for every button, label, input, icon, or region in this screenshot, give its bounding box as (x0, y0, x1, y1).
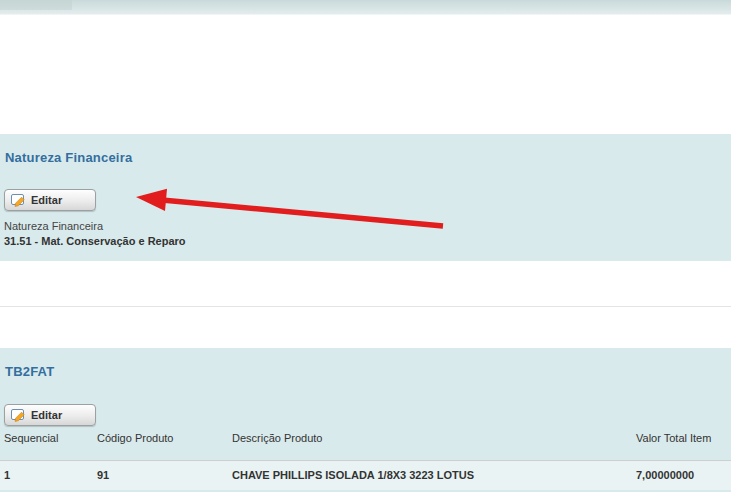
cell-valor-total-item: 7,00000000 (636, 469, 694, 481)
section-title-natureza-financeira: Natureza Financeira (5, 150, 132, 165)
natureza-financeira-section: Natureza Financeira Editar Natureza Fina… (0, 134, 731, 261)
edit-note-icon (11, 409, 26, 422)
column-header-sequencial: Sequencial (4, 432, 58, 444)
editar-button-natureza[interactable]: Editar (4, 189, 96, 211)
section-title-tb2fat: TB2FAT (5, 364, 54, 379)
natureza-financeira-field-label: Natureza Financeira (4, 220, 103, 232)
editar-button-label: Editar (31, 409, 62, 421)
edit-note-icon (11, 194, 26, 207)
editar-button-label: Editar (31, 194, 62, 206)
column-header-descricao-produto: Descrição Produto (232, 432, 323, 444)
section-divider (0, 306, 731, 307)
column-header-codigo-produto: Código Produto (97, 432, 173, 444)
editar-button-tb2fat[interactable]: Editar (4, 404, 96, 426)
table-header-row: Sequencial Código Produto Descrição Prod… (0, 432, 731, 448)
cell-codigo-produto: 91 (97, 469, 109, 481)
cell-descricao-produto: CHAVE PHILLIPS ISOLADA 1/8X3 3223 LOTUS (232, 469, 474, 481)
tb2fat-section: TB2FAT Editar Sequencial Código Produto … (0, 348, 731, 492)
top-bar (0, 0, 731, 15)
top-bar-left-segment (0, 0, 72, 10)
cell-sequencial: 1 (4, 469, 10, 481)
natureza-financeira-field-value: 31.51 - Mat. Conservação e Reparo (4, 235, 186, 247)
column-header-valor-total-item: Valor Total Item (636, 432, 711, 444)
table-row[interactable]: 1 91 CHAVE PHILLIPS ISOLADA 1/8X3 3223 L… (0, 460, 731, 490)
